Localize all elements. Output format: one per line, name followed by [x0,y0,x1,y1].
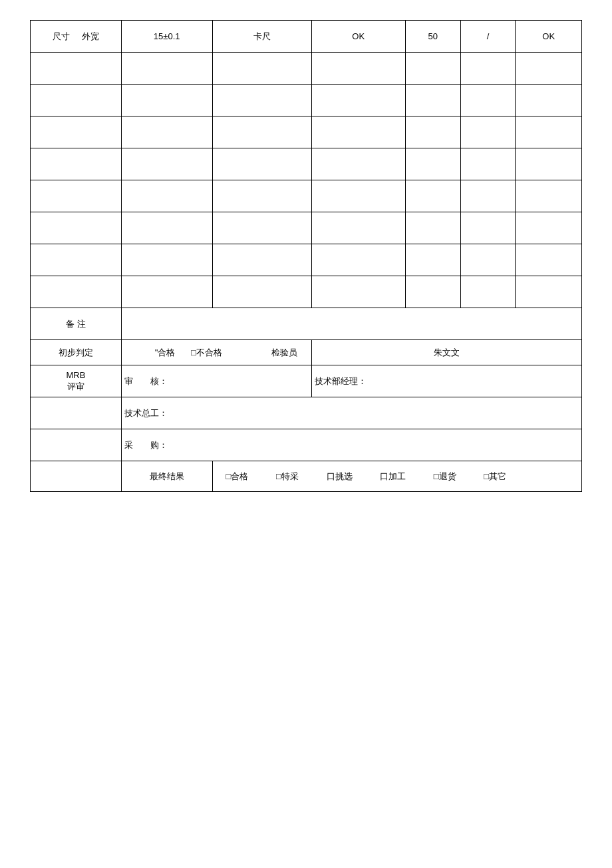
mrb-empty-1 [31,397,122,429]
final-option: □合格 [226,471,249,483]
mrb-row-3: 采 购： [31,429,582,461]
remarks-label: 备 注 [31,308,122,340]
mrb-label-1: MRB [33,370,118,381]
remarks-row: 备 注 [31,308,582,340]
table-row [31,180,582,212]
final-option: 口加工 [380,471,406,483]
table-row [31,276,582,308]
mrb-reviewer-cell: 审 核： [121,365,311,397]
mrb-row-1: MRB 评审 审 核： 技术部经理： [31,365,582,397]
final-option: □其它 [484,471,506,483]
mrb-tech-chief-cell: 技术总工： [121,397,581,429]
final-option: □退货 [434,471,456,483]
prelim-options-cell: "合格 □不合格 检验员 [121,340,311,365]
final-label: 最终结果 [121,461,212,492]
mrb-tech-mgr-cell: 技术部经理： [311,365,581,397]
prelim-row: 初步判定 "合格 □不合格 检验员 朱文文 [31,340,582,365]
mrb-row-2: 技术总工： [31,397,582,429]
cell-text: 尺寸 [53,31,70,41]
prelim-label: 初步判定 [31,340,122,365]
mrb-label-cell: MRB 评审 [31,365,122,397]
final-option: 口挑选 [327,471,353,483]
final-options-cell: □合格 □特采 口挑选 口加工 □退货 □其它 [212,461,581,492]
final-row: 最终结果 □合格 □特采 口挑选 口加工 □退货 □其它 [31,461,582,492]
table-row [31,212,582,244]
final-option: □特采 [276,471,299,483]
prelim-inspector-label: 检验员 [271,347,297,359]
header-result1-cell: OK [311,21,405,53]
table-row [31,116,582,148]
prelim-option-pass: "合格 [155,347,176,359]
table-row: 尺寸 外宽 15±0.1 卡尺 OK 50 / OK [31,21,582,53]
table-row [31,244,582,276]
cell-text: 外宽 [82,31,99,41]
inspection-form-table: 尺寸 外宽 15±0.1 卡尺 OK 50 / OK 备 注 初步判定 "合格 … [30,20,582,492]
header-tool-cell: 卡尺 [212,21,311,53]
header-spec-cell: 15±0.1 [121,21,212,53]
prelim-option-fail: □不合格 [191,347,222,359]
table-row [31,85,582,116]
header-slash-cell: / [460,21,516,53]
mrb-label-2: 评审 [33,381,118,393]
mrb-purchase-cell: 采 购： [121,429,581,461]
remarks-value [121,308,581,340]
prelim-inspector-name: 朱文文 [311,340,581,365]
table-row [31,148,582,180]
final-empty [31,461,122,492]
table-row [31,53,582,85]
header-result2-cell: OK [516,21,582,53]
mrb-empty-2 [31,429,122,461]
header-qty-cell: 50 [405,21,460,53]
header-dimension-cell: 尺寸 外宽 [31,21,122,53]
